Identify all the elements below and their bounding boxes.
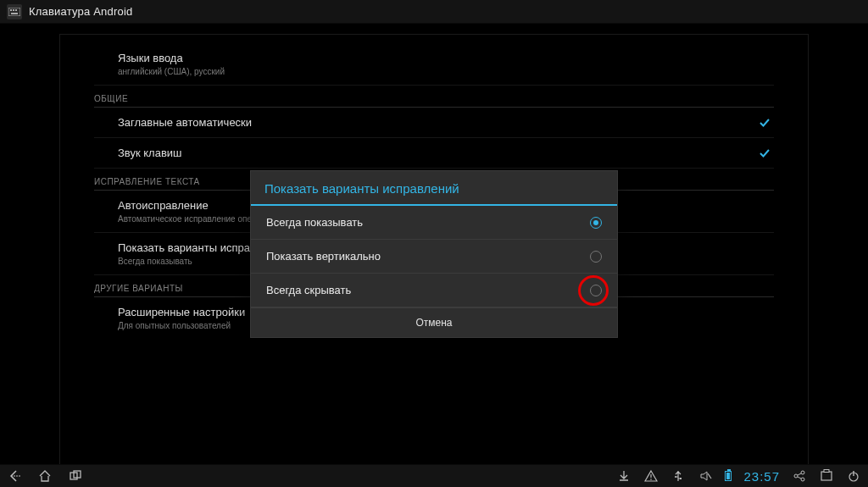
svg-point-13 [794,474,798,478]
row-key-sound[interactable]: Звук клавиш [94,138,774,169]
row-title: Расширенные настройки [118,306,245,318]
battery-icon[interactable] [725,471,732,481]
dialog-title: Показать варианты исправлений [251,171,617,204]
dialog-option-label: Показать вертикально [266,250,381,263]
usb-icon[interactable] [670,468,686,484]
radio-icon[interactable] [590,217,602,229]
app-title: Клавиатура Android [29,5,132,18]
svg-rect-0 [8,8,20,16]
svg-point-14 [801,478,804,481]
nav-right: 23:57 [616,468,861,484]
svg-rect-17 [821,472,832,480]
checkbox-icon[interactable] [759,147,771,159]
app-bar: Клавиатура Android [0,0,868,24]
dialog-option-show-portrait[interactable]: Показать вертикально [251,240,617,274]
radio-icon[interactable] [590,251,602,263]
dialog-option-always-hide[interactable]: Всегда скрывать [251,274,617,307]
svg-rect-18 [824,470,829,473]
clock-time: 23:57 [743,469,780,484]
row-title: Языки ввода [118,52,225,64]
svg-rect-10 [680,478,682,479]
recent-apps-icon[interactable] [68,468,83,484]
warning-icon[interactable] [643,468,659,484]
svg-line-16 [798,477,801,479]
svg-rect-1 [10,9,12,11]
dialog-option-label: Всегда скрывать [266,284,351,296]
clock[interactable]: 23:57 [743,469,780,484]
svg-rect-3 [15,9,17,11]
checkbox-icon[interactable] [759,117,771,129]
screen: Клавиатура Android Языки ввода английски… [0,0,868,487]
svg-point-8 [651,479,653,480]
mute-icon[interactable] [698,468,713,484]
nav-bar: 23:57 [0,464,868,487]
power-icon[interactable] [846,468,861,484]
svg-point-9 [675,476,676,478]
dialog-option-always-show[interactable]: Всегда показывать [251,206,617,240]
dialog-option-label: Всегда показывать [266,216,363,229]
row-title: Звук клавиш [118,147,182,159]
svg-line-15 [798,473,801,475]
section-general: ОБЩИЕ [94,86,774,108]
back-icon[interactable] [7,468,22,484]
row-input-languages[interactable]: Языки ввода английский (США), русский [94,43,774,86]
content: Языки ввода английский (США), русский ОБ… [0,24,868,464]
row-subtitle: английский (США), русский [118,67,225,76]
radio-icon[interactable] [590,285,602,296]
svg-rect-2 [13,9,14,11]
svg-point-12 [801,471,804,474]
row-title: Заглавные автоматически [118,116,252,129]
dialog-show-corrections: Показать варианты исправлений Всегда пок… [250,170,618,338]
screenshot-icon[interactable] [819,468,834,484]
dialog-cancel-button[interactable]: Отмена [251,307,617,337]
row-subtitle: Для опытных пользователей [118,321,245,330]
svg-rect-4 [11,13,18,14]
keyboard-icon [7,4,22,19]
nav-left [7,468,83,484]
row-auto-caps[interactable]: Заглавные автоматически [94,108,774,138]
home-icon[interactable] [37,468,53,484]
download-icon[interactable] [616,468,632,484]
svg-line-11 [708,473,711,479]
share-icon[interactable] [792,468,807,484]
